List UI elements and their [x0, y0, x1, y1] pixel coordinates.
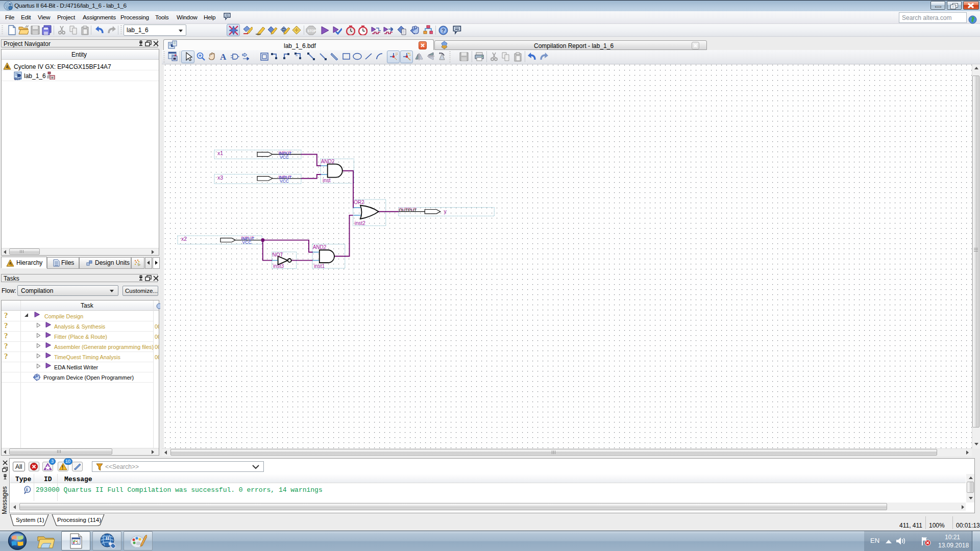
- svg-text:II: II: [9, 2, 12, 6]
- svg-text:x1: x1: [217, 150, 223, 156]
- svg-text:AND2: AND2: [313, 244, 327, 250]
- svg-text:inst3: inst3: [273, 263, 284, 269]
- svg-text:A: A: [220, 52, 227, 62]
- svg-text:OR2: OR2: [354, 199, 364, 205]
- svg-text:VCC: VCC: [280, 179, 289, 184]
- svg-text:VCC: VCC: [280, 155, 289, 160]
- svg-text:x2: x2: [181, 236, 187, 242]
- svg-text:inst2: inst2: [355, 220, 366, 226]
- svg-text:?: ?: [442, 28, 445, 34]
- svg-text:STOP: STOP: [307, 29, 316, 33]
- svg-text:i: i: [26, 487, 28, 492]
- svg-text:OUTPUT: OUTPUT: [399, 208, 417, 213]
- svg-text:BDF: BDF: [14, 77, 21, 81]
- svg-text:II: II: [106, 536, 110, 541]
- svg-text:!: !: [62, 465, 63, 470]
- svg-text:x3: x3: [217, 174, 223, 181]
- svg-text:VCC: VCC: [242, 240, 252, 245]
- svg-text:inst1: inst1: [314, 263, 325, 269]
- svg-text:AND2: AND2: [321, 159, 335, 164]
- svg-text:inst: inst: [323, 178, 331, 183]
- svg-text:NOT: NOT: [273, 252, 283, 258]
- svg-text:y: y: [444, 208, 447, 214]
